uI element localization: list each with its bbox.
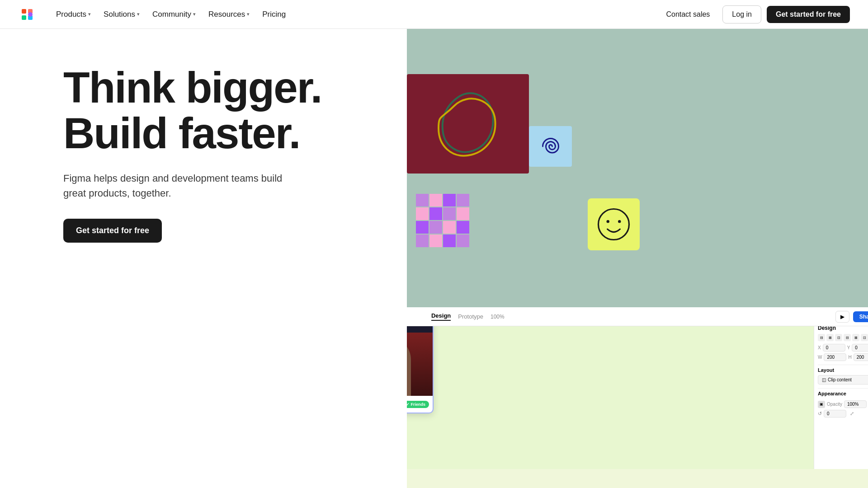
present-button[interactable]: ▶ [835,311,849,323]
x-input[interactable]: 0 [823,344,845,352]
alignment-controls: ⊟ ⊠ ⊡ ⊟ ⊠ ⊡ [818,334,868,341]
hero-section: Think bigger. Build faster. Figma helps … [0,29,868,488]
opacity-input[interactable]: 100% [844,400,867,408]
h-input[interactable]: 200 [854,353,868,361]
nav-resources[interactable]: Resources ▾ [203,6,255,23]
chevron-down-icon: ▾ [193,11,196,17]
figma-mockup: F M A Design Prototype 100% ▶ Share [407,307,868,488]
florian-silhouette [407,337,411,396]
svg-point-5 [28,12,33,17]
mockup-topbar: F M A Design Prototype 100% ▶ Share [407,307,868,326]
svg-rect-1 [22,9,26,14]
screen3-image [407,333,433,396]
canvas-content: Y Hi Chef Your friends are cooking Xi [407,307,814,469]
figma-logo[interactable] [18,5,36,23]
layout-header: Layout ⊞ ⊡ [818,365,868,375]
w-input[interactable]: 200 [824,353,846,361]
layout-label: Layout [818,367,834,373]
chevron-down-icon: ▾ [247,11,250,17]
align-right[interactable]: ⊡ [835,334,842,341]
align-left[interactable]: ⊟ [818,334,825,341]
contact-sales-button[interactable]: Contact sales [659,7,717,22]
hero-subtitle: Figma helps design and development teams… [63,171,289,201]
hero-cta-button[interactable]: Get started for free [63,219,162,243]
zoom-level: 100% [491,314,505,320]
sticky-blue [529,126,572,167]
navbar-left: Products ▾ Solutions ▾ Community ▾ Resou… [18,5,291,23]
svg-point-6 [599,209,629,240]
appearance-header: Appearance 👁 + [818,388,868,399]
opacity-label: Opacity [827,402,842,407]
align-center-v[interactable]: ⊠ [852,334,859,341]
nav-community[interactable]: Community ▾ [147,6,201,23]
design-panel: Design Prototype Design ⊞ ⊡ [814,307,868,469]
w-label: W [818,355,822,360]
y-label: Y [847,345,850,350]
topbar-center-tabs: Design Prototype 100% [431,312,505,321]
position-x-row: X 0 Y 0 [818,344,868,352]
chevron-down-icon: ▾ [88,11,91,17]
clip-content-control[interactable]: ◫ Clip content [818,375,868,385]
resize-icon[interactable]: ⤢ [850,411,854,417]
topbar-right: ▶ Share [835,311,868,323]
x-label: X [818,345,821,350]
mockup-main: Trivet ⊞ Key flows File Assets 🔍 Pages + [407,307,868,469]
nav-solutions[interactable]: Solutions ▾ [98,6,145,23]
svg-point-7 [607,220,609,223]
play-icon: ▶ [840,314,844,320]
navbar: Products ▾ Solutions ▾ Community ▾ Resou… [0,0,868,29]
appearance-section: Appearance 👁 + ▣ Opacity 100% [818,388,868,418]
y-input[interactable]: 0 [852,344,868,352]
clip-icon: ◫ [822,377,826,382]
h-label: H [848,355,851,360]
nav-links: Products ▾ Solutions ▾ Community ▾ Resou… [51,6,291,23]
hero-title: Think bigger. Build faster. [63,65,407,156]
fill-swatch[interactable]: ▣ [818,401,825,408]
hero-left: Think bigger. Build faster. Figma helps … [0,29,407,488]
app-screen-florian: ‹ Back Florian ✓ Friends [407,318,434,413]
appearance-label: Appearance [818,391,846,396]
get-started-button[interactable]: Get started for free [767,6,850,23]
svg-point-8 [618,220,621,223]
smiley-sticky [588,198,640,250]
smiley-icon [594,205,633,244]
hero-right-decoration: F M A Design Prototype 100% ▶ Share [407,29,868,488]
design-tab[interactable]: Design [431,312,451,321]
screen3-body: Florian ✓ Friends [407,396,433,413]
prototype-tab[interactable]: Prototype [458,313,483,320]
align-bottom[interactable]: ⊡ [861,334,868,341]
navbar-right: Contact sales Log in Get started for fre… [659,5,850,23]
frame-section: Design ⊞ ⊡ ⊟ ⊠ ⊡ ⊟ ⊠ [818,325,868,361]
align-center-h[interactable]: ⊠ [826,334,834,341]
layout-section: Layout ⊞ ⊡ ◫ Clip content [818,365,868,385]
login-button[interactable]: Log in [722,5,761,23]
nav-products[interactable]: Products ▾ [51,6,96,23]
chevron-down-icon: ▾ [137,11,140,17]
pixel-art-decoration [416,194,469,247]
rotate-icon: ↺ [818,411,822,417]
friends-badge: ✓ Friends [407,401,429,408]
share-button[interactable]: Share [853,311,868,322]
align-top[interactable]: ⊟ [844,334,851,341]
rotation-row: ↺ 0 ⤢ [818,410,868,418]
nav-pricing[interactable]: Pricing [257,6,291,23]
svg-rect-0 [18,5,36,23]
screen3-name-row: Florian ✓ Friends [407,399,429,409]
size-row: W 200 H 200 [818,353,868,361]
opacity-row: ▣ Opacity 100% [818,400,868,408]
rotation-input[interactable]: 0 [824,410,846,418]
blob-shapes [423,83,513,164]
canvas-blob-card [407,74,529,174]
svg-rect-3 [22,15,26,20]
canvas-panel: Y Hi Chef Your friends are cooking Xi [407,307,814,469]
spiral-icon [535,131,566,162]
